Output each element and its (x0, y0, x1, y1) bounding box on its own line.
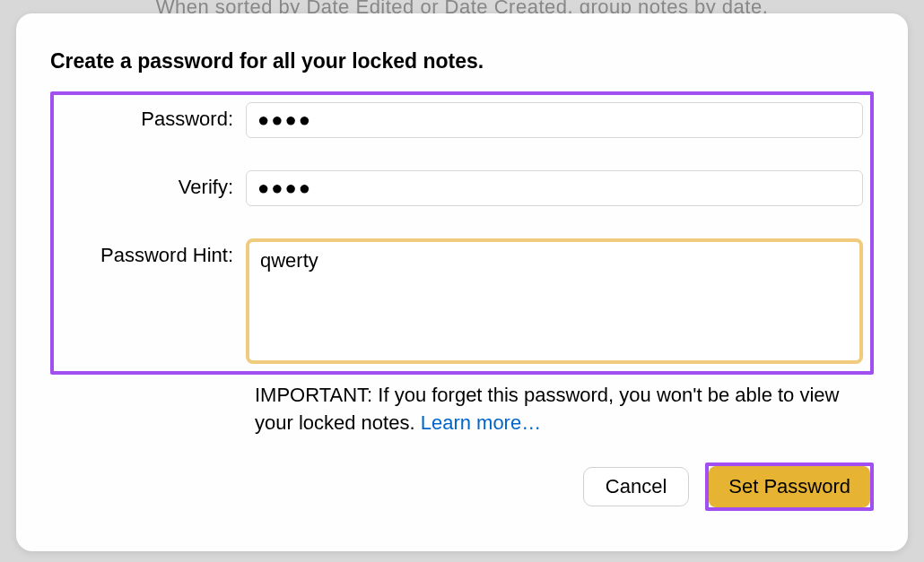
verify-input[interactable] (246, 170, 863, 206)
important-note: IMPORTANT: If you forget this password, … (255, 382, 874, 437)
cancel-button[interactable]: Cancel (583, 467, 689, 506)
button-row: Cancel Set Password (50, 463, 874, 511)
password-row: Password: (61, 102, 863, 138)
password-dialog: Create a password for all your locked no… (16, 13, 908, 551)
dialog-title: Create a password for all your locked no… (50, 49, 874, 73)
verify-label: Verify: (61, 170, 246, 199)
verify-row: Verify: (61, 170, 863, 206)
important-text-content: IMPORTANT: If you forget this password, … (255, 384, 839, 434)
learn-more-link[interactable]: Learn more… (421, 411, 542, 434)
set-password-highlight: Set Password (705, 463, 874, 511)
password-label: Password: (61, 102, 246, 131)
hint-label: Password Hint: (61, 238, 246, 267)
hint-textarea[interactable] (246, 238, 863, 364)
hint-row: Password Hint: (61, 238, 863, 364)
set-password-button[interactable]: Set Password (709, 466, 870, 507)
password-input[interactable] (246, 102, 863, 138)
form-highlight-area: Password: Verify: Password Hint: (50, 91, 874, 375)
